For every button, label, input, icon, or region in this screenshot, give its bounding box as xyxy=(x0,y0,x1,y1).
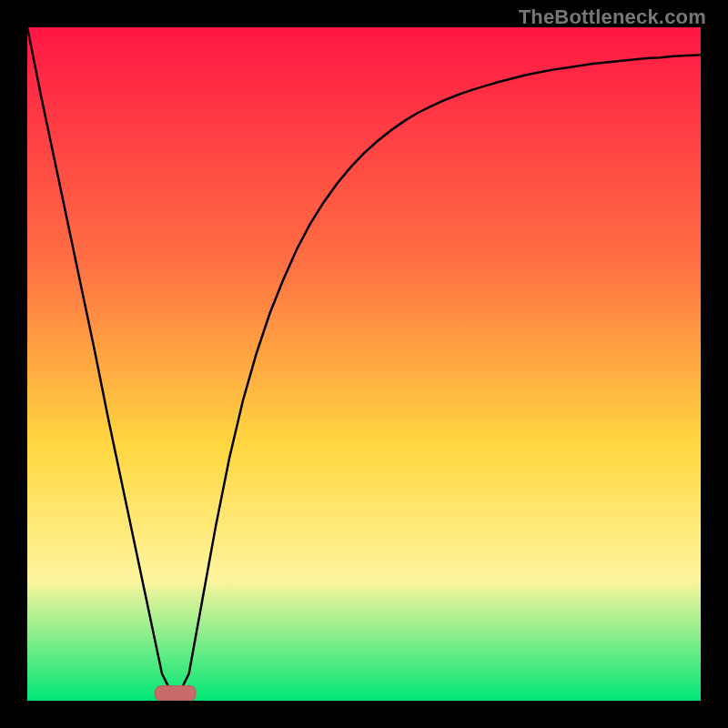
watermark-text: TheBottleneck.com xyxy=(519,5,706,29)
plot-area xyxy=(27,27,701,701)
chart-frame: TheBottleneck.com xyxy=(0,0,728,728)
chart-svg xyxy=(27,27,701,701)
minimum-marker xyxy=(156,686,196,701)
gradient-background xyxy=(27,27,701,701)
